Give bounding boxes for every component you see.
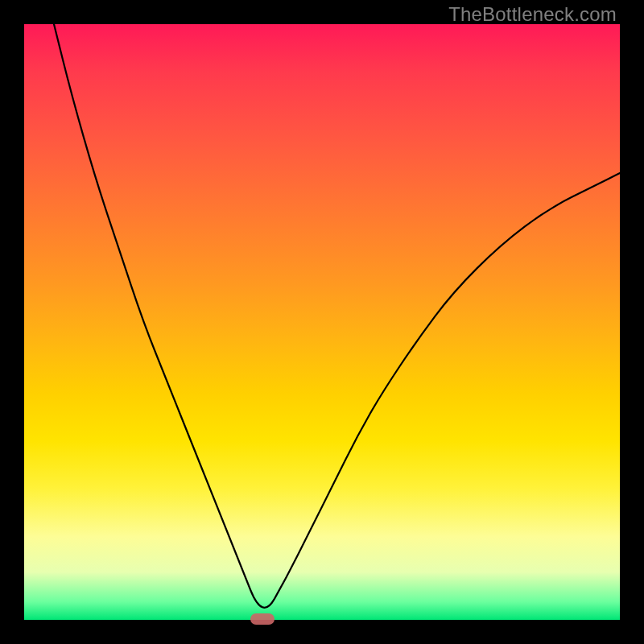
plot-area [24,24,620,620]
curve-svg [24,24,620,620]
chart-frame: TheBottleneck.com [0,0,644,644]
bottleneck-curve [54,24,620,608]
minimum-marker [250,613,275,625]
watermark-text: TheBottleneck.com [448,3,617,26]
